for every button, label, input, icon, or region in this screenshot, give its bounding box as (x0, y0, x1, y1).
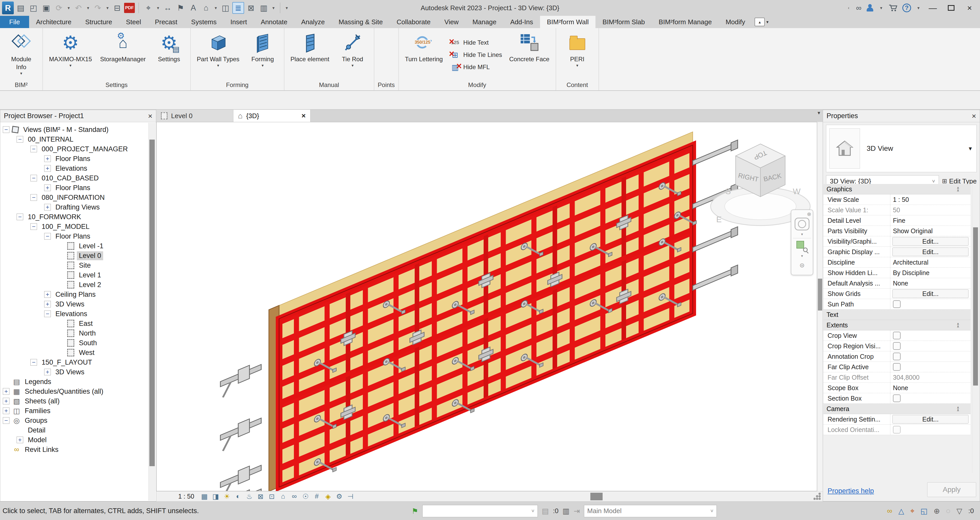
browser-scrollbar[interactable] (148, 123, 156, 501)
close-icon[interactable] (972, 112, 976, 120)
prop-default-analysis[interactable]: Default Analysis ...None (824, 278, 970, 289)
zoom-caret-icon[interactable] (801, 254, 803, 258)
turn-lettering-button[interactable]: ⟳ 350/125 Turn Lettering (401, 30, 447, 80)
collapse-icon[interactable]: − (3, 126, 10, 133)
checkbox[interactable] (893, 342, 900, 350)
hide-tie-lines-button[interactable]: ⊞ Hide Tie Lines (450, 50, 502, 59)
concrete-face-button[interactable]: Concrete Face (505, 30, 553, 80)
checkbox[interactable] (893, 363, 900, 371)
apply-button[interactable]: Apply (927, 482, 976, 497)
tree-item-080-information[interactable]: −080_INFORMATION (0, 193, 148, 202)
3d-view-caret-icon[interactable] (213, 5, 219, 11)
checkbox[interactable] (893, 332, 900, 339)
tab-collaborate[interactable]: Collaborate (390, 16, 438, 28)
tree-item-10-formwork[interactable]: −10_FORMWORK (0, 212, 148, 222)
revit-menu-button[interactable]: R (2, 2, 14, 14)
properties-icon[interactable]: ▤ (15, 2, 27, 14)
collapse-icon[interactable]: − (44, 311, 51, 317)
crop-view-icon[interactable]: ⊠ (255, 492, 266, 501)
temporary-hide-isolate-icon[interactable]: ∞ (289, 492, 300, 501)
prop-view-scale[interactable]: View Scale1 : 50 (824, 194, 970, 205)
navbar-options-icon[interactable]: ⊜ (799, 262, 805, 269)
undo-caret-icon[interactable] (85, 5, 91, 11)
tree-item-sheets[interactable]: +▧Sheets (all) (0, 396, 148, 406)
tree-item-floor-plans[interactable]: +Floor Plans (0, 183, 148, 193)
expand-icon[interactable]: + (44, 165, 51, 172)
expand-icon[interactable]: + (44, 291, 51, 298)
tree-item-3d-views[interactable]: +3D Views (0, 367, 148, 377)
collapse-section-icon[interactable] (957, 406, 959, 411)
section-graphics[interactable]: Graphics (824, 184, 970, 194)
tree-item-elevations[interactable]: −Elevations (0, 309, 148, 319)
select-underlay-icon[interactable]: △ (898, 507, 904, 515)
design-option-combobox[interactable]: ˅ (422, 505, 538, 517)
collapse-icon[interactable]: − (30, 359, 37, 366)
tab-bim2form-slab[interactable]: BIM²form Slab (595, 16, 652, 28)
navigation-bar[interactable]: ⊗ ⊜ (791, 209, 813, 275)
select-links-icon[interactable]: ∞ (887, 507, 892, 515)
tree-item-3d-views[interactable]: +3D Views (0, 299, 148, 309)
filter-icon[interactable]: ▽ (956, 507, 962, 515)
unlocked-view-icon[interactable]: ⌂ (278, 492, 289, 501)
collapse-icon[interactable]: − (30, 223, 37, 230)
tree-item-south[interactable]: South (0, 338, 148, 348)
tree-item-100-f-model[interactable]: −100_F_MODEL (0, 222, 148, 231)
canvas-vertical-scrollbar[interactable] (817, 122, 823, 491)
sun-path-icon[interactable]: ☀ (221, 492, 232, 501)
type-selector[interactable]: 3D View (826, 125, 977, 172)
section-camera[interactable]: Camera (824, 404, 970, 414)
tree-item-drafting-views[interactable]: +Drafting Views (0, 202, 148, 212)
tree-item-east[interactable]: East (0, 319, 148, 328)
close-icon[interactable] (148, 112, 153, 120)
collapse-icon[interactable]: − (44, 233, 51, 239)
tree-item-families[interactable]: +◫Families (0, 406, 148, 415)
prop-scope-box[interactable]: Scope BoxNone (824, 383, 970, 393)
collapse-section-icon[interactable] (957, 187, 959, 192)
tag-by-category-icon[interactable]: ⚑ (175, 2, 186, 14)
place-element-button[interactable]: Place element (286, 30, 334, 80)
worksets-dialog-icon[interactable]: ▥ (563, 507, 570, 515)
switch-windows-icon[interactable]: ▥ (258, 2, 270, 14)
properties-help-link[interactable]: Properties help (827, 487, 874, 495)
select-by-face-icon[interactable]: ◱ (921, 507, 928, 515)
prop-parts-visibility[interactable]: Parts VisibilityShow Original (824, 226, 970, 236)
tree-item-west[interactable]: West (0, 348, 148, 357)
temporary-view-properties-icon[interactable]: # (311, 492, 323, 501)
collapse-icon[interactable]: − (3, 417, 10, 424)
tree-item-views-root[interactable]: −Views (BIM² - M - Standard) (0, 125, 148, 135)
tree-item-floor-plans[interactable]: −Floor Plans (0, 231, 148, 241)
view-tab-level-0[interactable]: Level 0 (156, 110, 233, 122)
checkbox[interactable] (893, 353, 900, 360)
tab-file[interactable]: File (0, 16, 29, 28)
expand-icon[interactable]: + (44, 369, 51, 375)
close-inactive-views-icon[interactable]: ⊠ (245, 2, 257, 14)
edit-button[interactable]: Edit... (892, 247, 969, 256)
view-tab-3d[interactable]: ⌂ {3D} (233, 110, 310, 122)
collapse-icon[interactable]: − (17, 214, 23, 220)
type-selector-caret-icon[interactable] (969, 145, 972, 152)
tree-item-elevations[interactable]: +Elevations (0, 163, 148, 173)
tab-bim2form-manage[interactable]: BIM²form Manage (652, 16, 719, 28)
collapse-section-icon[interactable] (957, 322, 959, 328)
navbar-close-icon[interactable]: ⊗ (807, 211, 811, 217)
tab-manage[interactable]: Manage (466, 16, 503, 28)
horizontal-scrollbar-thumb[interactable] (590, 493, 603, 500)
tree-item-site[interactable]: Site (0, 260, 148, 270)
checkbox[interactable] (893, 300, 900, 308)
design-options-combobox[interactable]: Main Model ˅ (584, 505, 717, 517)
default-3d-view-icon[interactable]: ⌂ (200, 2, 212, 14)
peri-button[interactable]: PERI (558, 30, 597, 80)
expand-icon[interactable]: + (3, 407, 10, 414)
minimize-button[interactable]: — (926, 1, 940, 15)
reveal-hidden-elements-icon[interactable]: ☉ (300, 492, 311, 501)
drawing-canvas[interactable]: S W E N TOP RIGHT BACK ⊗ ⊜ (156, 122, 817, 491)
sync-icon[interactable]: ⟳ (53, 2, 65, 14)
tree-item-00-internal[interactable]: −00_INTERNAL (0, 135, 148, 144)
tree-item-000-project-manager[interactable]: −000_PROJECT_MANAGER (0, 144, 148, 154)
tree-item-schedules[interactable]: +▦Schedules/Quantities (all) (0, 387, 148, 396)
tree-item-ceiling-plans[interactable]: +Ceiling Plans (0, 290, 148, 299)
tree-item-level-1[interactable]: Level 1 (0, 270, 148, 280)
tab-view[interactable]: View (438, 16, 466, 28)
part-wall-types-button[interactable]: Part Wall Types (193, 30, 243, 80)
scrollbar-thumb[interactable] (818, 279, 822, 311)
